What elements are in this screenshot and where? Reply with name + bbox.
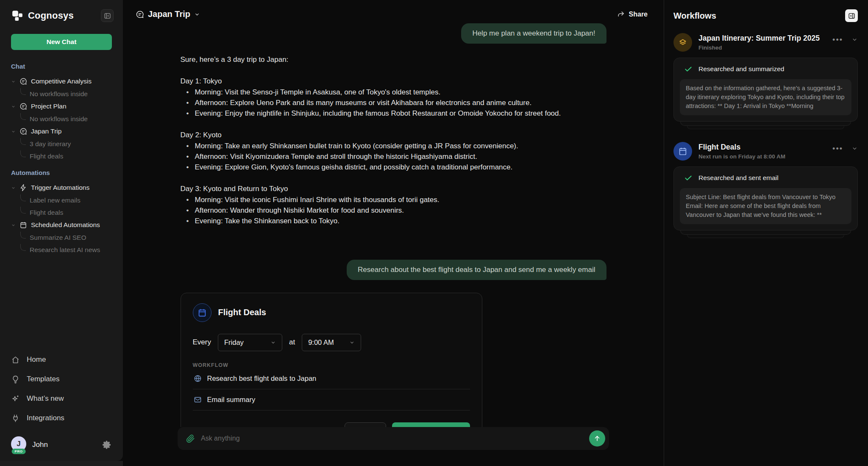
workflow-section-label: WORKFLOW xyxy=(193,362,470,368)
sidebar-tree: Chat Competitive Analysis No workflows i… xyxy=(0,50,123,352)
nav-item-home[interactable]: Home xyxy=(11,352,112,368)
chevron-down-icon xyxy=(11,223,16,227)
card-stack-layer xyxy=(687,235,844,238)
nav-item-integrations[interactable]: Integrations xyxy=(11,410,112,426)
main-chat-area: Japan Trip Share Help me plan a weekend … xyxy=(123,0,664,466)
chevron-down-icon xyxy=(270,340,276,345)
sidebar-collapse-icon[interactable] xyxy=(101,9,114,22)
flight-deals-scheduler-card: Flight Deals Every Friday at 9:00 AM xyxy=(181,293,482,427)
layers-icon xyxy=(673,33,692,52)
workflow-card-flight-deals: Flight Deals Next run is on Friday at 8:… xyxy=(673,142,858,238)
envelope-icon xyxy=(194,396,202,404)
sidebar-item-competitive-analysis[interactable]: Competitive Analysis xyxy=(11,75,117,88)
share-button[interactable]: Share xyxy=(617,10,648,18)
message-composer xyxy=(178,427,609,450)
workflow-step-research[interactable]: Research best flight deals to Japan xyxy=(193,368,470,389)
arrow-up-icon xyxy=(593,435,601,442)
itinerary-bullet: Evening: Explore Gion, Kyoto's famous ge… xyxy=(181,162,606,173)
itinerary-bullet: Morning: Take an early Shinkansen bullet… xyxy=(181,141,606,152)
user-menu[interactable]: J PRO John xyxy=(0,432,123,453)
calendar-icon xyxy=(19,221,27,229)
workflow-result-card: Researched and summarized Based on the i… xyxy=(673,58,858,122)
chevron-down-icon[interactable] xyxy=(851,145,858,152)
more-options-icon[interactable]: ••• xyxy=(832,147,843,151)
sidebar-subitem-flight-deals[interactable]: Flight deals xyxy=(11,150,117,162)
cognosys-logo-icon xyxy=(11,9,24,22)
workflows-panel: Workflows Japan Itinerary: Summer Trip 2… xyxy=(664,0,868,466)
tree-elbow xyxy=(20,138,26,145)
sidebar-item-trigger-automations[interactable]: Trigger Automations xyxy=(11,181,117,194)
sidebar-subitem-research-latest-ai-news[interactable]: Research latest AI news xyxy=(11,244,117,256)
brand: Cognosys xyxy=(11,9,74,22)
lightbulb-icon xyxy=(11,375,20,384)
chevron-down-icon[interactable] xyxy=(851,36,858,43)
sidebar-item-scheduled-automations[interactable]: Scheduled Automations xyxy=(11,219,117,231)
workflow-title: Japan Itinerary: Summer Trip 2025 xyxy=(698,34,826,43)
assistant-message: Sure, here’s a 3 day trip to Japan: Day … xyxy=(181,55,606,238)
assistant-intro: Sure, here’s a 3 day trip to Japan: xyxy=(181,55,606,65)
itinerary-bullet: Afternoon: Wander through Nishiki Market… xyxy=(181,205,606,216)
sidebar-item-project-plan[interactable]: Project Plan xyxy=(11,100,117,113)
section-label-chat: Chat xyxy=(11,63,117,70)
dismiss-button[interactable]: Dismiss xyxy=(345,422,386,427)
sidebar-item-japan-trip[interactable]: Japan Trip xyxy=(11,125,117,138)
card-stack-layer xyxy=(687,126,844,129)
chat-icon xyxy=(19,103,27,110)
time-select[interactable]: 9:00 AM xyxy=(302,334,361,351)
itinerary-day-3: Day 3: Kyoto and Return to Tokyo Morning… xyxy=(181,184,606,227)
tree-elbow xyxy=(20,244,26,251)
chat-icon xyxy=(19,78,27,85)
sidebar-bottom-nav: Home Templates What’s new Integrations xyxy=(0,352,123,426)
day-select[interactable]: Friday xyxy=(218,334,282,351)
section-label-automations: Automations xyxy=(11,169,117,176)
tree-elbow xyxy=(20,150,26,157)
chat-icon xyxy=(19,128,27,135)
more-options-icon[interactable]: ••• xyxy=(832,38,843,42)
workflow-card-header[interactable]: Japan Itinerary: Summer Trip 2025 Finish… xyxy=(673,33,858,52)
calendar-icon xyxy=(193,303,211,322)
sidebar-subitem-flight-deals-automation[interactable]: Flight deals xyxy=(11,206,117,219)
chat-scroll-region[interactable]: Help me plan a weekend trip to Japan! Su… xyxy=(123,22,664,427)
sidebar-subitem-3-day-itinerary[interactable]: 3 day itinerary xyxy=(11,138,117,150)
chevron-down-icon xyxy=(349,340,355,345)
sidebar-subitem-summarize-ai-seo[interactable]: Summarize AI SEO xyxy=(11,231,117,244)
workflow-step-email[interactable]: Email summary xyxy=(193,389,470,411)
paperclip-icon[interactable] xyxy=(186,434,195,443)
send-button[interactable] xyxy=(589,430,605,447)
itinerary-bullet: Evening: Enjoy the nightlife in Shinjuku… xyxy=(181,108,606,119)
gear-icon[interactable] xyxy=(102,440,112,450)
user-name: John xyxy=(32,441,96,449)
tree-elbow xyxy=(20,194,26,201)
page-title: Japan Trip xyxy=(148,9,190,19)
ask-anything-input[interactable] xyxy=(201,435,583,442)
left-sidebar: Cognosys New Chat Chat Competitive Analy… xyxy=(0,0,123,461)
sidebar-subitem-label-new-emails[interactable]: Label new emails xyxy=(11,194,117,206)
workflow-status: Finished xyxy=(698,44,826,51)
chat-title-dropdown[interactable]: Japan Trip xyxy=(136,9,200,19)
sidebar-subitem: No workflows inside xyxy=(11,113,117,125)
home-icon xyxy=(11,355,20,364)
panel-collapse-icon[interactable] xyxy=(845,9,858,22)
workflow-result-card: Researched and sent email Subject Line: … xyxy=(673,166,858,230)
share-icon xyxy=(617,10,625,18)
nav-item-whats-new[interactable]: What’s new xyxy=(11,391,112,407)
chevron-down-icon xyxy=(11,79,16,84)
sparkles-icon xyxy=(11,394,20,403)
nav-item-templates[interactable]: Templates xyxy=(11,371,112,387)
save-and-approve-button[interactable]: Save and Approve xyxy=(392,422,470,427)
app-root: Cognosys New Chat Chat Competitive Analy… xyxy=(0,0,868,466)
itinerary-day-1: Day 1: Tokyo Morning: Visit the Senso-ji… xyxy=(181,76,606,119)
chevron-down-icon xyxy=(11,104,16,109)
tree-elbow xyxy=(20,207,26,214)
pro-badge: PRO xyxy=(12,449,26,454)
workflow-card-header[interactable]: Flight Deals Next run is on Friday at 8:… xyxy=(673,142,858,161)
chevron-down-icon xyxy=(11,129,16,134)
user-message-bubble: Help me plan a weekend trip to Japan! xyxy=(461,23,606,44)
itinerary-bullet: Morning: Visit the iconic Fushimi Inari … xyxy=(181,195,606,205)
result-title: Researched and summarized xyxy=(698,65,784,73)
card-stack-layer xyxy=(680,230,851,235)
new-chat-button[interactable]: New Chat xyxy=(11,34,112,50)
tree-elbow xyxy=(20,232,26,239)
every-label: Every xyxy=(193,338,211,347)
checkmark-icon xyxy=(684,65,693,73)
